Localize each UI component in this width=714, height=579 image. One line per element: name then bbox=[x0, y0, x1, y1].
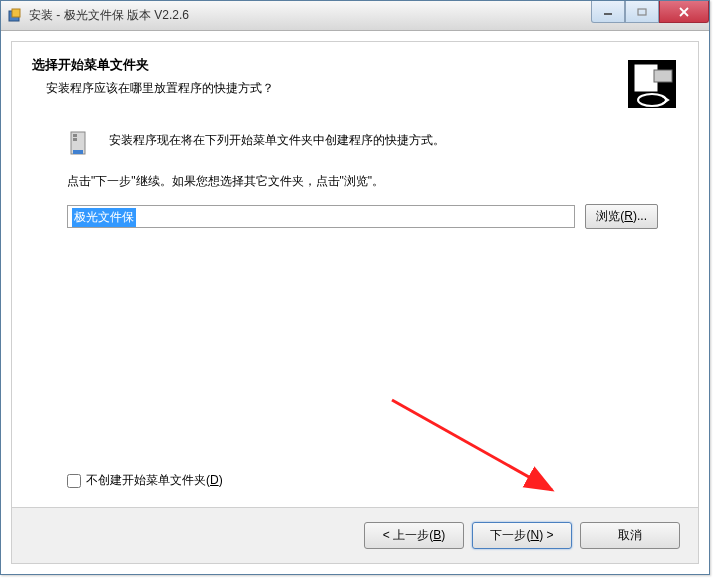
folder-input[interactable]: 极光文件保 bbox=[67, 205, 575, 228]
header-section: 选择开始菜单文件夹 安装程序应该在哪里放置程序的快捷方式？ bbox=[12, 42, 698, 110]
skip-startmenu-row: 不创建开始菜单文件夹(D) bbox=[67, 472, 223, 489]
skip-startmenu-label[interactable]: 不创建开始菜单文件夹(D) bbox=[86, 472, 223, 489]
maximize-button[interactable] bbox=[625, 1, 659, 23]
svg-rect-3 bbox=[638, 9, 646, 15]
installer-disk-icon bbox=[624, 56, 680, 112]
window-controls bbox=[591, 1, 709, 23]
page-subtitle: 安装程序应该在哪里放置程序的快捷方式？ bbox=[32, 80, 678, 97]
svg-rect-12 bbox=[73, 134, 77, 137]
folder-input-selected-text: 极光文件保 bbox=[72, 208, 136, 227]
instruction-text-2: 点击"下一步"继续。如果您想选择其它文件夹，点击"浏览"。 bbox=[67, 173, 658, 190]
cancel-button[interactable]: 取消 bbox=[580, 522, 680, 549]
installer-window: 安装 - 极光文件保 版本 V2.2.6 选择开始菜单文件夹 安装程序应该在哪里… bbox=[0, 0, 710, 575]
svg-line-14 bbox=[392, 400, 552, 490]
red-arrow-annotation bbox=[382, 390, 582, 510]
svg-rect-11 bbox=[73, 150, 83, 154]
svg-rect-1 bbox=[12, 9, 20, 17]
body-section: 安装程序现在将在下列开始菜单文件夹中创建程序的快捷方式。 点击"下一步"继续。如… bbox=[12, 110, 698, 507]
inner-panel: 选择开始菜单文件夹 安装程序应该在哪里放置程序的快捷方式？ bbox=[11, 41, 699, 564]
browse-button[interactable]: 浏览(R)... bbox=[585, 204, 658, 229]
footer-section: < 上一步(B) 下一步(N) > 取消 bbox=[12, 507, 698, 563]
page-title: 选择开始菜单文件夹 bbox=[32, 56, 678, 74]
content-area: 选择开始菜单文件夹 安装程序应该在哪里放置程序的快捷方式？ bbox=[1, 31, 709, 574]
start-menu-icon bbox=[67, 128, 99, 160]
folder-input-row: 极光文件保 浏览(R)... bbox=[67, 204, 658, 229]
instruction-text-1: 安装程序现在将在下列开始菜单文件夹中创建程序的快捷方式。 bbox=[109, 124, 658, 149]
titlebar[interactable]: 安装 - 极光文件保 版本 V2.2.6 bbox=[1, 1, 709, 31]
app-icon bbox=[7, 8, 23, 24]
minimize-button[interactable] bbox=[591, 1, 625, 23]
window-title: 安装 - 极光文件保 版本 V2.2.6 bbox=[29, 7, 189, 24]
svg-rect-8 bbox=[654, 70, 672, 82]
back-button[interactable]: < 上一步(B) bbox=[364, 522, 464, 549]
next-button[interactable]: 下一步(N) > bbox=[472, 522, 572, 549]
close-button[interactable] bbox=[659, 1, 709, 23]
svg-rect-13 bbox=[73, 138, 77, 141]
skip-startmenu-checkbox[interactable] bbox=[67, 474, 81, 488]
